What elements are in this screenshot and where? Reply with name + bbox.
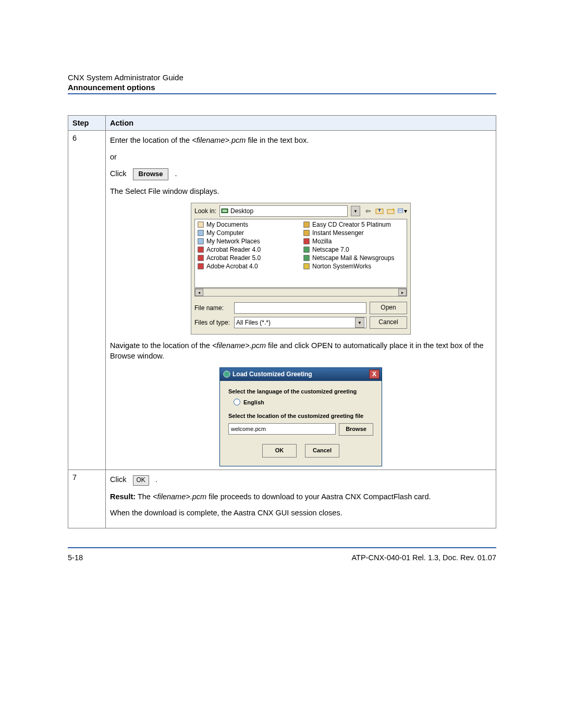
- svg-rect-5: [398, 209, 403, 213]
- svg-rect-10: [198, 239, 204, 244]
- text: When the download is complete, the Aastr…: [110, 508, 492, 519]
- text: Click: [110, 169, 126, 178]
- cancel-button[interactable]: Cancel: [370, 316, 407, 329]
- step-number: 7: [68, 470, 106, 528]
- browse-button[interactable]: Browse: [133, 168, 169, 180]
- text: file in the text box.: [246, 136, 309, 144]
- col-header-action: Action: [106, 116, 496, 131]
- section-title: Announcement options: [68, 83, 496, 94]
- svg-rect-1: [223, 210, 227, 212]
- svg-rect-19: [304, 264, 310, 269]
- list-item[interactable]: Adobe Acrobat 4.0: [196, 262, 300, 270]
- files-of-type-label: Files of type:: [194, 319, 231, 326]
- text: .: [155, 475, 157, 484]
- browse-button[interactable]: Browse: [339, 423, 373, 436]
- list-item[interactable]: My Network Places: [196, 237, 300, 245]
- radio-english[interactable]: English: [234, 399, 373, 405]
- list-item[interactable]: My Computer: [196, 229, 300, 237]
- dropdown-arrow-icon[interactable]: ▼: [351, 206, 360, 216]
- svg-rect-8: [198, 222, 204, 228]
- text: The: [136, 492, 153, 501]
- result-label: Result:: [110, 492, 136, 501]
- text: Enter the location of the: [110, 136, 192, 144]
- svg-point-20: [224, 371, 230, 377]
- open-button[interactable]: Open: [370, 302, 407, 314]
- list-item[interactable]: Netscape Mail & Newsgroups: [302, 254, 406, 262]
- svg-rect-17: [304, 247, 310, 253]
- doc-title: CNX System Administrator Guide: [68, 73, 496, 82]
- action-cell: Enter the location of the <filename>.pcm…: [106, 131, 496, 470]
- text-or: or: [110, 152, 492, 163]
- svg-rect-16: [304, 239, 310, 244]
- filename-italic: <filename>.pcm: [192, 136, 246, 144]
- text: .: [175, 169, 177, 178]
- action-cell: Click OK . Result: The <filename>.pcm fi…: [106, 470, 496, 528]
- up-folder-icon[interactable]: [375, 206, 384, 216]
- svg-rect-14: [304, 222, 310, 228]
- look-in-dropdown[interactable]: Desktop: [219, 205, 348, 217]
- ok-button[interactable]: OK: [262, 444, 297, 458]
- table-row: 6 Enter the location of the <filename>.p…: [68, 131, 496, 470]
- footer-rule: [68, 547, 496, 548]
- horizontal-scrollbar[interactable]: ◂ ▸: [194, 288, 407, 297]
- doc-id: ATP-CNX-040-01 Rel. 1.3, Doc. Rev. 01.07: [352, 553, 497, 562]
- list-item[interactable]: Norton SystemWorks: [302, 262, 406, 270]
- svg-rect-18: [304, 255, 310, 261]
- scroll-left-icon[interactable]: ◂: [195, 289, 203, 296]
- radio-label: English: [243, 399, 264, 405]
- svg-rect-9: [198, 230, 204, 236]
- new-folder-icon[interactable]: ✶: [386, 206, 396, 216]
- dialog-title: Load Customized Greeting: [232, 371, 312, 378]
- list-item[interactable]: My Documents: [196, 220, 300, 229]
- scroll-right-icon[interactable]: ▸: [398, 289, 407, 296]
- svg-rect-15: [304, 230, 310, 236]
- svg-text:✶: ✶: [391, 207, 395, 212]
- close-icon[interactable]: X: [369, 369, 380, 379]
- file-name-label: File name:: [194, 304, 231, 312]
- file-name-input[interactable]: [234, 302, 366, 314]
- text: The Select File window displays.: [110, 187, 492, 197]
- dropdown-arrow-icon[interactable]: ▼: [355, 317, 364, 328]
- files-of-type-value: All Files (*.*): [236, 319, 271, 326]
- select-file-dialog: Look in: Desktop ▼ ⇦ ✶ ▾: [191, 203, 411, 335]
- files-of-type-dropdown[interactable]: All Files (*.*) ▼: [234, 317, 366, 328]
- dialog-icon: [223, 371, 230, 378]
- view-menu-icon[interactable]: ▾: [398, 206, 407, 216]
- list-item[interactable]: Instant Messenger: [302, 229, 406, 237]
- text: file proceeds to download to your Aastra…: [206, 492, 431, 501]
- svg-rect-11: [198, 247, 204, 253]
- language-header: Select the language of the customized gr…: [228, 388, 373, 394]
- ok-button[interactable]: OK: [133, 475, 149, 485]
- text: Click: [110, 475, 126, 484]
- filename-italic: <filename>.pcm: [153, 492, 206, 501]
- cancel-button[interactable]: Cancel: [305, 444, 339, 458]
- list-item[interactable]: Acrobat Reader 5.0: [196, 254, 300, 262]
- radio-icon: [234, 399, 240, 405]
- svg-rect-13: [198, 264, 204, 269]
- col-header-step: Step: [68, 116, 106, 131]
- list-item[interactable]: Netscape 7.0: [302, 245, 406, 254]
- svg-rect-12: [198, 255, 204, 261]
- list-item[interactable]: Mozilla: [302, 237, 406, 245]
- load-greeting-dialog: Load Customized Greeting X Select the la…: [219, 367, 382, 466]
- list-item[interactable]: Easy CD Creator 5 Platinum: [302, 220, 406, 229]
- location-header: Select the location of the customized gr…: [228, 413, 373, 419]
- filename-italic: <filename>.pcm: [212, 341, 266, 350]
- desktop-icon: [221, 207, 228, 215]
- greeting-file-input[interactable]: welcome.pcm: [228, 423, 336, 435]
- table-row: 7 Click OK . Result: The <filename>.pcm …: [68, 470, 496, 528]
- page-number: 5-18: [68, 553, 83, 562]
- look-in-value: Desktop: [230, 207, 253, 215]
- step-number: 6: [68, 131, 106, 470]
- file-list[interactable]: My DocumentsMy ComputerMy Network Places…: [194, 219, 407, 288]
- text: Navigate to the location of the: [110, 341, 212, 350]
- step-action-table: Step Action 6 Enter the location of the …: [68, 115, 496, 528]
- list-item[interactable]: Acrobat Reader 4.0: [196, 245, 300, 254]
- back-icon[interactable]: ⇦: [363, 206, 373, 216]
- look-in-label: Look in:: [194, 207, 216, 215]
